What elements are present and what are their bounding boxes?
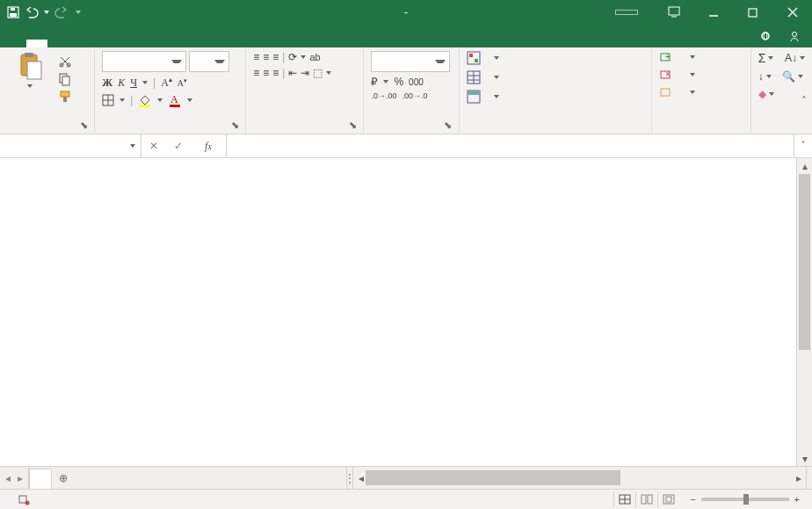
tab-file[interactable] (5, 40, 26, 47)
autosum-icon[interactable]: Σ (758, 51, 766, 65)
clear-icon[interactable]: ◆ (758, 88, 766, 100)
ribbon-options-icon[interactable] (654, 0, 693, 25)
tab-view[interactable] (153, 40, 174, 47)
insert-function-icon[interactable]: fx (191, 140, 226, 153)
svg-rect-25 (469, 54, 473, 57)
fill-color-icon[interactable] (138, 93, 152, 107)
format-painter-icon[interactable] (58, 90, 72, 104)
delete-cells-button[interactable]: × (659, 69, 743, 81)
svg-rect-10 (25, 53, 33, 57)
font-size-select[interactable] (189, 51, 229, 72)
scroll-up-icon[interactable]: ▴ (797, 158, 812, 173)
dialog-launcher-icon[interactable]: ⬊ (229, 120, 240, 130)
zoom-slider[interactable] (701, 498, 789, 501)
orientation-icon[interactable]: ⟳ (288, 51, 297, 63)
copy-icon[interactable] (58, 72, 72, 86)
sheet-tab[interactable] (29, 469, 52, 489)
view-page-break-icon[interactable] (657, 491, 679, 507)
font-name-select[interactable] (102, 51, 186, 72)
align-middle-icon[interactable]: ≡ (263, 51, 269, 63)
split-handle[interactable] (806, 467, 812, 489)
scroll-down-icon[interactable]: ▾ (797, 451, 812, 466)
tell-me[interactable] (760, 31, 775, 44)
redo-icon (54, 6, 69, 18)
dialog-launcher-icon[interactable]: ⬊ (78, 120, 89, 130)
spreadsheet-grid[interactable]: ▴ ▾ (0, 158, 812, 466)
align-bottom-icon[interactable]: ≡ (272, 51, 279, 63)
vertical-scrollbar[interactable]: ▴ ▾ (796, 158, 812, 466)
qat-customize-icon[interactable] (76, 11, 81, 14)
name-box[interactable] (0, 135, 141, 157)
minimize-icon[interactable] (693, 0, 733, 25)
merge-icon[interactable]: ⬚ (313, 67, 323, 79)
find-icon[interactable]: 🔍 (782, 70, 795, 83)
increase-font-icon[interactable]: A▴ (161, 76, 172, 90)
increase-decimal-icon[interactable]: .0→.00 (371, 91, 396, 100)
dialog-launcher-icon[interactable]: ⬊ (347, 120, 358, 130)
sheet-nav-next-icon[interactable]: ▸ (18, 472, 23, 484)
cut-icon[interactable] (58, 55, 72, 69)
zoom-in-icon[interactable]: + (794, 494, 800, 505)
save-icon[interactable] (7, 6, 19, 18)
collapse-ribbon-icon[interactable]: ˄ (801, 95, 807, 107)
login-button[interactable] (615, 10, 638, 15)
percent-icon[interactable]: % (394, 76, 403, 88)
dialog-launcher-icon[interactable]: ⬊ (443, 120, 453, 130)
zoom-out-icon[interactable]: − (690, 494, 695, 505)
view-page-layout-icon[interactable] (635, 491, 657, 507)
tab-data[interactable] (111, 40, 132, 47)
format-as-table-button[interactable] (467, 70, 645, 84)
name-box-input[interactable] (5, 139, 130, 153)
format-cells-button[interactable] (659, 86, 743, 98)
expand-formula-bar-icon[interactable]: ˅ (794, 135, 812, 157)
scroll-thumb[interactable] (366, 470, 620, 485)
scroll-thumb[interactable] (799, 174, 810, 350)
share-button[interactable] (788, 31, 803, 44)
name-box-dropdown-icon[interactable] (130, 144, 135, 148)
decrease-font-icon[interactable]: A▾ (178, 77, 187, 88)
undo-icon[interactable] (25, 6, 39, 18)
add-sheet-icon[interactable]: ⊕ (52, 467, 75, 489)
align-left-icon[interactable]: ≡ (253, 67, 259, 79)
scroll-right-icon[interactable]: ▸ (791, 472, 806, 484)
undo-dropdown-icon[interactable] (44, 11, 49, 14)
view-normal-icon[interactable] (613, 491, 635, 507)
close-icon[interactable] (772, 0, 812, 25)
tab-layout[interactable] (69, 40, 90, 47)
tab-home[interactable] (26, 40, 47, 47)
insert-cells-button[interactable]: + (659, 51, 743, 63)
fill-icon[interactable]: ↓ (758, 70, 764, 83)
decrease-decimal-icon[interactable]: .00→.0 (402, 91, 427, 100)
wrap-text-icon[interactable]: ab (309, 52, 320, 62)
tab-help[interactable] (174, 40, 195, 47)
sort-filter-icon[interactable]: A↓ (785, 52, 797, 64)
cell-styles-button[interactable] (467, 90, 645, 104)
align-right-icon[interactable]: ≡ (272, 67, 279, 79)
enter-formula-icon[interactable]: ✓ (166, 140, 191, 152)
paste-button[interactable] (7, 51, 53, 88)
cancel-formula-icon[interactable]: ✕ (141, 140, 166, 152)
decrease-indent-icon[interactable]: ⇤ (288, 67, 297, 79)
formula-input[interactable] (232, 139, 788, 153)
align-center-icon[interactable]: ≡ (263, 67, 269, 79)
align-top-icon[interactable]: ≡ (253, 51, 259, 63)
currency-icon[interactable]: ₽ (371, 76, 378, 88)
sheet-nav-prev-icon[interactable]: ◂ (5, 472, 11, 484)
increase-indent-icon[interactable]: ⇥ (301, 67, 309, 79)
font-color-icon[interactable]: A (168, 93, 182, 107)
tab-review[interactable] (132, 40, 153, 47)
tab-insert[interactable] (47, 40, 69, 47)
horizontal-scrollbar[interactable]: ◂ ▸ (352, 467, 806, 489)
comma-icon[interactable]: 000 (409, 77, 424, 87)
tab-formulas[interactable] (90, 40, 111, 47)
conditional-formatting-button[interactable] (467, 51, 645, 65)
bold-button[interactable]: Ж (102, 76, 112, 90)
macro-record-icon[interactable] (18, 493, 30, 505)
svg-point-39 (25, 501, 30, 505)
underline-button[interactable]: Ч (130, 76, 137, 90)
number-format-select[interactable] (371, 51, 450, 72)
ribbon-tabs (0, 25, 812, 47)
borders-icon[interactable] (102, 94, 114, 106)
maximize-icon[interactable] (733, 0, 772, 25)
italic-button[interactable]: К (118, 76, 125, 90)
